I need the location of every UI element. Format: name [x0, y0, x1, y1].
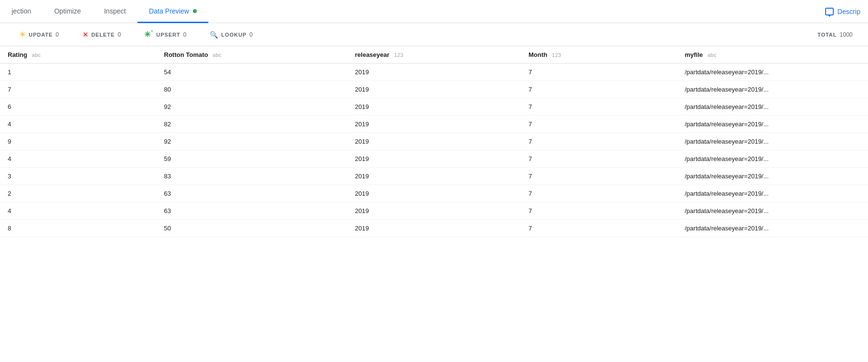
cell-rating-2: 6 [0, 98, 156, 116]
description-label: Descrip [838, 8, 860, 15]
col-type-releaseyear: 123 [394, 52, 403, 58]
cell-rotton-9: 50 [156, 220, 347, 237]
cell-myfile-2: /partdata/releaseyear=2019/... [677, 98, 868, 116]
cell-rating-1: 7 [0, 81, 156, 98]
col-type-month: 123 [552, 52, 561, 58]
cell-rotton-6: 83 [156, 168, 347, 185]
cell-rotton-5: 59 [156, 150, 347, 168]
table-row: 26320197/partdata/releaseyear=2019/... [0, 185, 868, 202]
update-value: 0 [55, 31, 59, 38]
tab-data-preview[interactable]: Data Preview [137, 0, 208, 23]
cell-rotton-1: 80 [156, 81, 347, 98]
col-label-rotton: Rotton Tomato [164, 51, 208, 58]
cell-month-0: 7 [521, 64, 677, 81]
table-row: 45920197/partdata/releaseyear=2019/... [0, 150, 868, 168]
cell-rating-8: 4 [0, 202, 156, 220]
total-value: 1000 [840, 31, 853, 38]
cell-rating-6: 3 [0, 168, 156, 185]
lookup-label: LOOKUP [221, 32, 246, 38]
cell-month-6: 7 [521, 168, 677, 185]
col-label-rating: Rating [8, 51, 27, 58]
stat-lookup: 🔍 LOOKUP 0 [198, 31, 264, 39]
cell-releaseyear-8: 2019 [347, 202, 521, 220]
stat-total: TOTAL 1000 [817, 31, 860, 38]
cell-releaseyear-9: 2019 [347, 220, 521, 237]
cell-myfile-1: /partdata/releaseyear=2019/... [677, 81, 868, 98]
cell-rotton-8: 63 [156, 202, 347, 220]
cell-myfile-6: /partdata/releaseyear=2019/... [677, 168, 868, 185]
cell-rating-4: 9 [0, 133, 156, 150]
cell-month-2: 7 [521, 98, 677, 116]
stat-update: ✳ UPDATE 0 [8, 30, 71, 39]
cell-month-3: 7 [521, 116, 677, 133]
cell-releaseyear-7: 2019 [347, 185, 521, 202]
cell-rotton-2: 92 [156, 98, 347, 116]
col-header-myfile: myfile abc [677, 46, 868, 64]
table-row: 46320197/partdata/releaseyear=2019/... [0, 202, 868, 220]
cell-releaseyear-3: 2019 [347, 116, 521, 133]
cell-month-5: 7 [521, 150, 677, 168]
tab-optimize-label: Optimize [54, 7, 81, 15]
update-icon: ✳ [19, 30, 26, 39]
col-header-rotton: Rotton Tomato abc [156, 46, 347, 64]
stats-bar: ✳ UPDATE 0 ✕ DELETE 0 ✳+ UPSERT 0 🔍 LOOK… [0, 23, 868, 46]
cell-myfile-3: /partdata/releaseyear=2019/... [677, 116, 868, 133]
col-header-rating: Rating abc [0, 46, 156, 64]
cell-myfile-5: /partdata/releaseyear=2019/... [677, 150, 868, 168]
cell-rating-3: 4 [0, 116, 156, 133]
cell-myfile-9: /partdata/releaseyear=2019/... [677, 220, 868, 237]
tab-injection-label: jection [12, 7, 31, 15]
tab-optimize[interactable]: Optimize [42, 0, 92, 23]
upsert-value: 0 [183, 31, 187, 38]
stat-delete: ✕ DELETE 0 [71, 31, 133, 39]
comment-icon [825, 8, 834, 15]
cell-rating-0: 1 [0, 64, 156, 81]
table-body: 15420197/partdata/releaseyear=2019/...78… [0, 64, 868, 237]
col-type-rating: abc [32, 52, 41, 58]
cell-rotton-3: 82 [156, 116, 347, 133]
cell-rating-9: 8 [0, 220, 156, 237]
data-table-container: Rating abc Rotton Tomato abc releaseyear… [0, 46, 868, 237]
tab-inspect[interactable]: Inspect [93, 0, 137, 23]
delete-label: DELETE [91, 32, 115, 38]
lookup-value: 0 [249, 31, 253, 38]
col-label-month: Month [529, 51, 547, 58]
upsert-label: UPSERT [156, 32, 180, 38]
update-label: UPDATE [29, 32, 53, 38]
cell-releaseyear-0: 2019 [347, 64, 521, 81]
cell-releaseyear-2: 2019 [347, 98, 521, 116]
cell-month-9: 7 [521, 220, 677, 237]
total-label: TOTAL [817, 32, 837, 38]
cell-month-4: 7 [521, 133, 677, 150]
table-row: 15420197/partdata/releaseyear=2019/... [0, 64, 868, 81]
table-row: 78020197/partdata/releaseyear=2019/... [0, 81, 868, 98]
col-type-myfile: abc [707, 52, 716, 58]
upsert-icon: ✳+ [144, 30, 153, 39]
cell-releaseyear-4: 2019 [347, 133, 521, 150]
tab-data-preview-label: Data Preview [149, 7, 189, 15]
cell-rotton-4: 92 [156, 133, 347, 150]
table-row: 99220197/partdata/releaseyear=2019/... [0, 133, 868, 150]
cell-month-8: 7 [521, 202, 677, 220]
data-table: Rating abc Rotton Tomato abc releaseyear… [0, 46, 868, 237]
col-label-releaseyear: releaseyear [355, 51, 390, 58]
cell-myfile-0: /partdata/releaseyear=2019/... [677, 64, 868, 81]
lookup-icon: 🔍 [210, 31, 218, 39]
cell-rotton-7: 63 [156, 185, 347, 202]
table-row: 85020197/partdata/releaseyear=2019/... [0, 220, 868, 237]
cell-releaseyear-5: 2019 [347, 150, 521, 168]
table-row: 48220197/partdata/releaseyear=2019/... [0, 116, 868, 133]
col-type-rotton: abc [213, 52, 221, 58]
tab-injection[interactable]: jection [0, 0, 42, 23]
table-row: 69220197/partdata/releaseyear=2019/... [0, 98, 868, 116]
table-header-row: Rating abc Rotton Tomato abc releaseyear… [0, 46, 868, 64]
col-label-myfile: myfile [685, 51, 703, 58]
description-button[interactable]: Descrip [825, 0, 868, 23]
tab-inspect-label: Inspect [104, 7, 126, 15]
table-row: 38320197/partdata/releaseyear=2019/... [0, 168, 868, 185]
cell-rating-5: 4 [0, 150, 156, 168]
col-header-month: Month 123 [521, 46, 677, 64]
col-header-releaseyear: releaseyear 123 [347, 46, 521, 64]
top-nav: jection Optimize Inspect Data Preview De… [0, 0, 868, 23]
cell-month-7: 7 [521, 185, 677, 202]
